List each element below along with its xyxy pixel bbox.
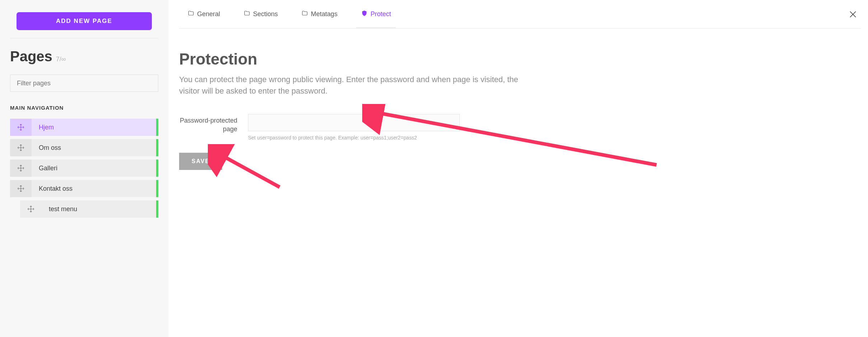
drag-handle-icon[interactable] [10, 160, 32, 177]
folder-icon [188, 10, 194, 18]
tab-label: Metatags [311, 10, 337, 18]
password-field-label: Password-protected page [179, 114, 237, 134]
sidebar: ADD NEW PAGE Pages 7/∞ MAIN NAVIGATION H… [0, 0, 168, 337]
pages-title: Pages [10, 48, 52, 65]
divider [10, 38, 158, 38]
status-stripe [156, 119, 158, 136]
nav-item-hjem[interactable]: Hjem [10, 119, 158, 136]
close-button[interactable] [849, 10, 857, 20]
pages-heading: Pages 7/∞ [10, 48, 158, 65]
password-hint: Set user=password to protect this page. … [248, 135, 460, 141]
save-button[interactable]: SAVE [179, 153, 222, 170]
nav-item-label: Galleri [32, 165, 57, 172]
drag-handle-icon[interactable] [10, 180, 32, 197]
nav-list: Hjem Om oss Galleri Kontakt oss test men… [10, 119, 158, 218]
tab-label: Protect [370, 10, 391, 18]
status-stripe [156, 139, 158, 156]
main-panel: GeneralSectionsMetatagsProtect Protectio… [168, 0, 868, 337]
filter-pages-input[interactable] [10, 75, 158, 92]
nav-item-kontakt-oss[interactable]: Kontakt oss [10, 180, 158, 197]
status-stripe [156, 200, 158, 218]
tab-label: Sections [253, 10, 278, 18]
password-input[interactable] [248, 114, 460, 131]
tab-general[interactable]: General [188, 0, 220, 28]
pages-count: 7/∞ [56, 56, 66, 63]
close-icon [849, 10, 857, 19]
main-navigation-label: MAIN NAVIGATION [10, 105, 158, 111]
nav-item-om-oss[interactable]: Om oss [10, 139, 158, 156]
drag-handle-icon[interactable] [10, 139, 32, 156]
password-field-control: Set user=password to protect this page. … [248, 114, 460, 141]
tab-metatags[interactable]: Metatags [302, 0, 337, 28]
tab-protect[interactable]: Protect [361, 0, 391, 28]
nav-item-label: Om oss [32, 144, 61, 152]
drag-handle-icon[interactable] [20, 200, 42, 218]
protection-description: You can protect the page wrong public vi… [179, 74, 531, 97]
nav-item-label: test menu [42, 205, 77, 213]
drag-handle-icon[interactable] [10, 119, 32, 136]
status-stripe [156, 180, 158, 197]
tab-sections[interactable]: Sections [244, 0, 278, 28]
nav-item-label: Kontakt oss [32, 185, 73, 193]
protection-heading: Protection [179, 50, 861, 68]
shield-icon [361, 10, 368, 18]
nav-item-galleri[interactable]: Galleri [10, 160, 158, 177]
nav-item-test-menu[interactable]: test menu [20, 200, 158, 218]
tabs: GeneralSectionsMetatagsProtect [179, 0, 861, 29]
status-stripe [156, 160, 158, 177]
folder-icon [302, 10, 308, 18]
tab-label: General [197, 10, 220, 18]
password-form-row: Password-protected page Set user=passwor… [179, 114, 861, 141]
folder-icon [244, 10, 250, 18]
protection-content: Protection You can protect the page wron… [179, 29, 861, 170]
nav-item-label: Hjem [32, 124, 54, 131]
add-new-page-button[interactable]: ADD NEW PAGE [17, 12, 152, 30]
